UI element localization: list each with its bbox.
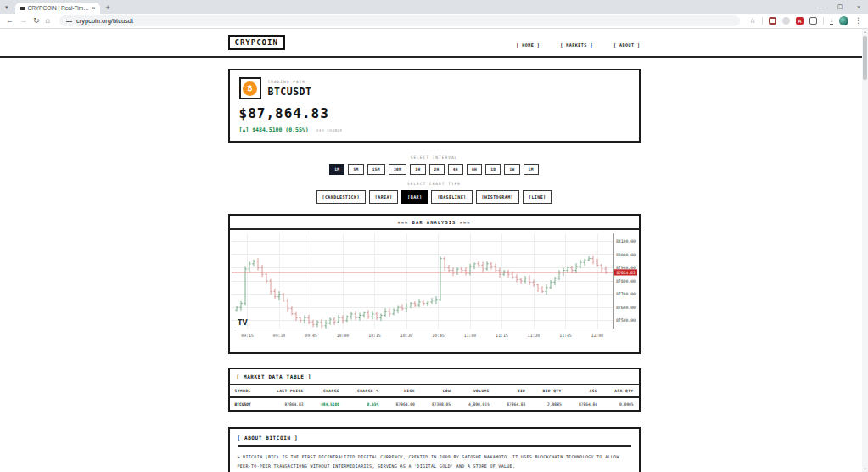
tab-strip: ▾ CRYPCOIN | Real-Time Market × + — ▢ × [0, 0, 868, 14]
svg-text:09:15: 09:15 [241, 334, 254, 338]
interval-label: SELECT INTERVAL [228, 155, 641, 160]
interval-button-2h-5[interactable]: 2H [429, 164, 445, 175]
svg-text:12:00: 12:00 [591, 334, 603, 338]
table-cell: 87864.83 [495, 397, 530, 410]
download-icon[interactable]: ↓ [830, 17, 833, 25]
tab-search-icon[interactable]: ▾ [5, 4, 8, 11]
scroll-down-icon[interactable]: ▼ [862, 467, 868, 471]
table-cell: 87864.83 [262, 397, 308, 410]
svg-text:88100.00: 88100.00 [615, 239, 635, 244]
profile-avatar[interactable] [839, 16, 848, 25]
column-header: CHANGE [309, 385, 344, 397]
svg-text:09:45: 09:45 [305, 334, 317, 338]
svg-text:87864.83: 87864.83 [616, 271, 635, 275]
pair-label: TRADING PAIR [268, 80, 312, 84]
tab-close-icon[interactable]: × [92, 5, 95, 11]
coin-icon-box: ₿ [239, 77, 261, 99]
minimize-button[interactable]: — [812, 4, 831, 10]
interval-button-30m-3[interactable]: 30M [389, 164, 406, 175]
svg-text:09:30: 09:30 [272, 334, 285, 338]
nav-link-home[interactable]: [ HOME ] [516, 42, 540, 48]
chart-type-selector: SELECT CHART TYPE [CANDLESTICK][AREA][BA… [228, 182, 641, 204]
about-text: > BITCOIN (BTC) IS THE FIRST DECENTRALIZ… [238, 452, 631, 470]
table-cell: BTCUSDT [230, 397, 263, 410]
svg-text:88000.00: 88000.00 [615, 253, 635, 257]
bitcoin-icon: ₿ [243, 81, 257, 96]
interval-button-1w-9[interactable]: 1W [504, 164, 519, 175]
chart-type-button-histogram-4[interactable]: [HISTOGRAM] [476, 190, 520, 204]
url-bar[interactable]: crypcoin.org/btcusdt [59, 15, 740, 26]
chart-type-label: SELECT CHART TYPE [228, 182, 641, 186]
interval-button-1m-0[interactable]: 1M [329, 164, 344, 175]
market-data-table: SYMBOLLAST PRICECHANGECHANGE %HIGHLOWVOL… [230, 385, 639, 410]
interval-selector: SELECT INTERVAL 1M5M15M30M1H2H4H6H1D1W1M [228, 155, 641, 175]
pdf-extension-icon[interactable]: A [796, 17, 804, 25]
toolbar-divider-2 [823, 17, 824, 25]
browser-window: ▾ CRYPCOIN | Real-Time Market × + — ▢ × … [0, 0, 868, 472]
tab-favicon-icon [20, 7, 25, 10]
chart-type-button-bar-2[interactable]: [BAR] [401, 190, 428, 204]
chart-type-button-baseline-3[interactable]: [BASELINE] [431, 190, 472, 204]
svg-text:10:15: 10:15 [368, 334, 381, 338]
svg-text:11:15: 11:15 [496, 334, 508, 338]
table-cell: 87308.05 [420, 397, 456, 410]
chart-type-buttons: [CANDLESTICK][AREA][BAR][BASELINE][HISTO… [228, 190, 641, 204]
column-header: ASK QTY [602, 385, 638, 397]
nav-link-about[interactable]: [ ABOUT ] [613, 42, 641, 48]
interval-button-6h-7[interactable]: 6H [467, 164, 482, 175]
svg-text:87500.00: 87500.00 [615, 318, 635, 323]
price-chart[interactable]: 88100.0088000.0087900.0087800.0087700.00… [230, 230, 639, 352]
last-price: $87,864.83 [239, 105, 630, 121]
site-info-icon[interactable] [66, 18, 72, 24]
maximize-button[interactable]: ▢ [831, 3, 849, 10]
market-table-title: [ MARKET DATA TABLE ] [230, 369, 639, 385]
svg-text:10:30: 10:30 [400, 334, 412, 338]
svg-text:87600.00: 87600.00 [615, 306, 635, 310]
table-cell: 4,890.015 [456, 397, 495, 410]
chart-type-button-candlestick-0[interactable]: [CANDLESTICK] [316, 190, 366, 204]
nav-link-markets[interactable]: [ MARKETS ] [560, 42, 593, 48]
scrollbar[interactable]: ▲ ▼ [862, 29, 868, 472]
chart-type-button-line-5[interactable]: [LINE] [523, 190, 552, 204]
column-header: LOW [420, 385, 456, 397]
bookmark-star-icon[interactable]: ☆ [749, 17, 756, 25]
back-icon[interactable]: ← [6, 17, 14, 25]
interval-button-5m-1[interactable]: 5M [348, 164, 363, 175]
reload-icon[interactable]: ↻ [33, 17, 40, 25]
extension-icon-2[interactable] [782, 17, 790, 25]
interval-button-1h-4[interactable]: 1H [410, 164, 425, 175]
forward-icon[interactable]: → [20, 17, 27, 25]
column-header: CHANGE % [344, 385, 384, 397]
bar-chart-svg[interactable]: 88100.0088000.0087900.0087800.0087700.00… [230, 232, 638, 346]
table-cell: 87964.00 [384, 397, 419, 410]
table-cell: 2.9885 [530, 397, 566, 410]
chart-type-button-area-1[interactable]: [AREA] [369, 190, 398, 204]
menu-icon[interactable]: ⋮ [854, 17, 862, 25]
scrollbar-thumb[interactable] [863, 36, 867, 80]
interval-button-4h-6[interactable]: 4H [448, 164, 463, 175]
extension-icon-1[interactable] [769, 17, 776, 25]
site-logo[interactable]: CRYPCOIN [228, 35, 285, 50]
new-tab-button[interactable]: + [106, 3, 110, 12]
change-caption: 24H CHANGE [316, 128, 343, 132]
about-title: [ ABOUT BITCOIN ] [238, 435, 631, 441]
column-header: SYMBOL [230, 385, 263, 397]
column-header: BID [495, 385, 530, 397]
svg-text:87800.00: 87800.00 [615, 279, 635, 284]
extensions-puzzle-icon[interactable] [809, 17, 817, 25]
tradingview-logo[interactable]: TV [238, 319, 248, 327]
browser-tab[interactable]: CRYPCOIN | Real-Time Market × [15, 3, 100, 14]
close-button[interactable]: × [849, 4, 868, 10]
browser-toolbar: ← → ↻ ⌂ crypcoin.org/btcusdt ☆ A ↓ ⋮ [0, 14, 868, 29]
interval-button-1d-8[interactable]: 1D [485, 164, 501, 175]
chart-gridlines [232, 233, 613, 329]
table-cell: 0.0905 [602, 397, 638, 410]
svg-text:11:30: 11:30 [527, 334, 540, 338]
svg-text:11:45: 11:45 [559, 334, 572, 338]
interval-button-15m-2[interactable]: 15M [367, 164, 385, 175]
chart-title: === BAR ANALYSIS === [230, 216, 639, 230]
interval-button-1m-10[interactable]: 1M [524, 164, 539, 175]
home-icon[interactable]: ⌂ [46, 17, 50, 25]
pair-symbol: BTCUSDT [268, 86, 312, 98]
scroll-up-icon[interactable]: ▲ [862, 30, 868, 34]
